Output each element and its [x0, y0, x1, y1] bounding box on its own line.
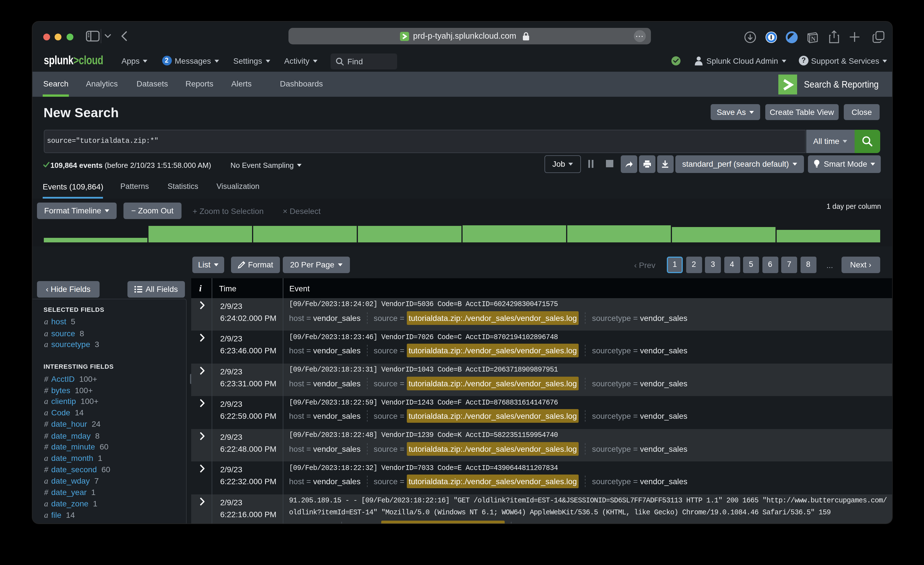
svg-text:N: N — [811, 35, 816, 42]
